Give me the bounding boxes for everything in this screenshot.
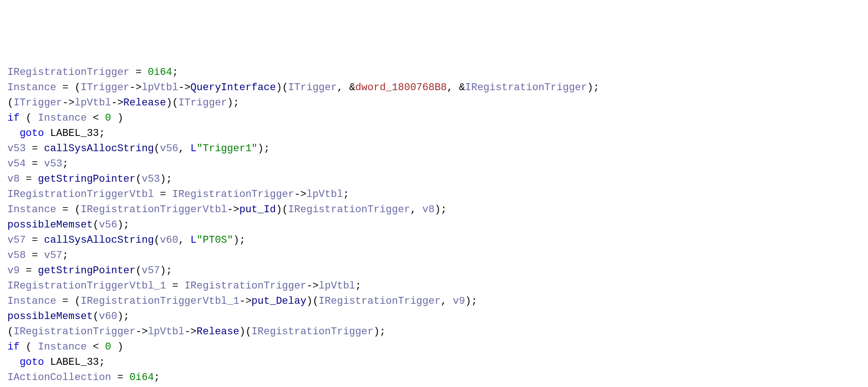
code-token[interactable]: ); [465,295,477,307]
code-token[interactable]: ( [74,82,80,93]
code-token[interactable]: lpVtbl [306,189,343,200]
code-token[interactable]: -> [184,326,196,338]
code-token[interactable]: ; [154,372,160,383]
code-token[interactable]: ); [257,143,269,154]
code-token[interactable]: v57 [7,234,26,246]
code-token[interactable]: lpVtbl [318,280,355,292]
code-token[interactable]: -> [62,97,74,109]
code-token[interactable]: Release [196,326,239,338]
code-line[interactable]: IRegistrationTriggerVtbl_1 = IRegistrati… [7,278,861,294]
code-line[interactable]: Instance = (ITrigger->lpVtbl->QueryInter… [7,80,861,95]
code-token[interactable]: getStringPointer [38,265,135,276]
code-token[interactable]: ); [434,204,446,215]
code-line[interactable]: v58 = v57; [7,248,861,263]
code-token[interactable]: getStringPointer [38,173,135,185]
code-token[interactable]: = [26,158,44,170]
code-token[interactable]: L [190,234,196,246]
code-token[interactable]: ; [62,250,68,261]
code-token[interactable]: ( [135,173,141,185]
code-token[interactable]: )( [276,82,288,93]
code-token[interactable]: ); [227,97,239,109]
code-line[interactable]: Instance = (IRegistrationTriggerVtbl_1->… [7,294,861,309]
code-token[interactable]: if [7,341,19,353]
code-token[interactable]: -> [129,82,141,93]
code-line[interactable]: v8 = getStringPointer(v53); [7,172,861,187]
code-line[interactable]: IRegistrationTrigger = 0i64; [7,65,861,80]
code-token[interactable]: IRegistrationTrigger [465,82,587,93]
code-token[interactable]: , [178,234,190,246]
code-token[interactable]: LABEL_33 [50,356,99,368]
code-token[interactable]: IRegistrationTrigger [172,189,294,200]
code-line[interactable]: IRegistrationTriggerVtbl = IRegistration… [7,187,861,202]
code-token[interactable]: IRegistrationTrigger [318,295,440,307]
code-token[interactable]: QueryInterface [190,82,276,93]
code-token[interactable]: IRegistrationTriggerVtbl_1 [80,295,239,307]
code-token[interactable]: ITrigger [288,82,337,93]
code-line[interactable]: Instance = (ITaskDefinition->lpVtbl->get… [7,385,861,387]
code-token[interactable]: , [337,82,349,93]
code-token[interactable]: = [154,189,172,200]
code-token[interactable]: IRegistrationTriggerVtbl [80,204,227,215]
code-token[interactable]: ( [135,265,141,276]
code-token[interactable]: if [7,112,19,124]
code-line[interactable]: (IRegistrationTrigger->lpVtbl->Release)(… [7,324,861,339]
code-token[interactable]: callSysAllocString [44,143,154,154]
code-token[interactable]: -> [178,82,190,93]
code-token[interactable]: < [87,112,105,124]
code-token[interactable]: , [410,204,422,215]
code-token[interactable]: -> [294,189,306,200]
code-token[interactable]: ; [99,128,105,139]
code-token[interactable]: put_Delay [251,295,306,307]
code-line[interactable]: v57 = callSysAllocString(v60, L"PT0S"); [7,233,861,248]
code-token[interactable]: ) [111,112,123,124]
code-line[interactable]: v54 = v53; [7,156,861,172]
code-token[interactable]: IRegistrationTrigger [13,326,135,338]
code-token[interactable]: ITrigger [13,97,62,109]
code-token[interactable]: -> [227,204,239,215]
code-token[interactable]: ( [7,97,13,109]
code-token[interactable]: ITrigger [80,82,129,93]
code-token[interactable]: Instance [7,295,56,307]
code-token[interactable]: , [440,295,452,307]
code-token[interactable]: ( [93,219,99,231]
code-token[interactable]: ); [160,173,172,185]
code-token[interactable]: ) [111,341,123,353]
code-token[interactable]: = [56,82,75,93]
code-token[interactable]: = [56,204,75,215]
code-token[interactable]: ( [19,341,38,353]
code-line[interactable]: (ITrigger->lpVtbl->Release)(ITrigger); [7,95,861,111]
code-token[interactable]: ( [74,204,80,215]
code-token[interactable]: )( [166,97,178,109]
code-line[interactable]: Instance = (IRegistrationTriggerVtbl->pu… [7,202,861,217]
code-token[interactable]: lpVtbl [74,97,111,109]
code-token[interactable]: = [129,67,148,78]
code-token[interactable]: ); [117,219,129,231]
code-token[interactable]: ; [62,158,68,170]
code-token[interactable]: & [459,82,465,93]
code-token[interactable]: callSysAllocString [44,234,154,246]
code-token[interactable]: IRegistrationTrigger [7,67,129,78]
code-token[interactable]: Release [123,97,166,109]
code-token[interactable]: LABEL_33 [50,128,99,139]
code-token[interactable]: ; [172,67,178,78]
code-line[interactable]: if ( Instance < 0 ) [7,339,861,355]
code-token[interactable]: IRegistrationTrigger [184,280,306,292]
code-line[interactable]: v9 = getStringPointer(v57); [7,263,861,278]
code-token[interactable]: , [178,143,190,154]
code-token[interactable]: )( [239,326,251,338]
code-token[interactable]: = [111,372,129,383]
code-token[interactable]: -> [111,97,123,109]
code-token[interactable]: v57 [44,250,62,261]
code-token[interactable]: IRegistrationTrigger [251,326,373,338]
code-token[interactable]: ; [343,189,349,200]
code-token[interactable]: ); [117,311,129,322]
code-token[interactable]: )( [276,204,288,215]
code-token[interactable]: ( [154,234,160,246]
code-line[interactable]: goto LABEL_33; [7,355,861,370]
code-token[interactable] [7,128,19,139]
code-token[interactable]: 0 [105,341,111,353]
code-token[interactable]: v8 [422,204,434,215]
code-line[interactable]: IActionCollection = 0i64; [7,370,861,385]
code-token[interactable]: "PT0S" [196,234,233,246]
code-token[interactable]: v8 [7,173,19,185]
